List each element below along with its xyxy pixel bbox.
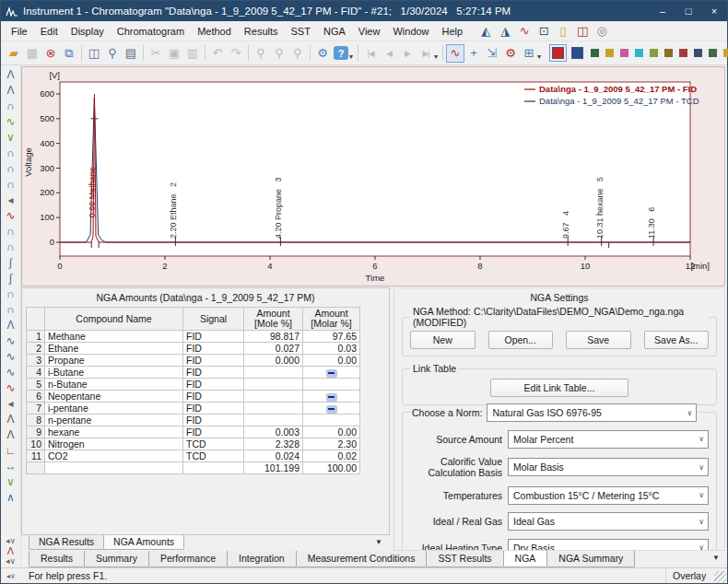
report-setup-button[interactable]: ◫ xyxy=(85,44,103,63)
amount-molar-cell[interactable]: 0.00 xyxy=(303,355,360,367)
menu-nga[interactable]: NGA xyxy=(317,23,352,40)
subtab-scroll-dropdown[interactable]: ▼ xyxy=(375,535,382,546)
menu-method[interactable]: Method xyxy=(191,23,238,40)
help-button[interactable]: ? xyxy=(334,46,348,60)
new-button[interactable]: New xyxy=(410,331,476,349)
active-color-swatch[interactable] xyxy=(552,47,564,59)
baseline-tool-icon[interactable]: ∿ xyxy=(2,113,20,129)
tab-measurement-conditions[interactable]: Measurement Conditions xyxy=(296,551,428,567)
statusbar-overflow-icon[interactable]: ◂∨ xyxy=(1,572,21,580)
smoothing-tool-icon[interactable]: ∿ xyxy=(2,333,20,348)
signal-cell[interactable]: FID xyxy=(183,355,244,367)
amount-mole-cell[interactable]: 0.003 xyxy=(244,426,303,438)
amount-mole-cell[interactable]: 0.000 xyxy=(244,355,303,367)
clamp-negative-tool-icon[interactable]: ∩ xyxy=(2,301,20,317)
column-header-amount-mole[interactable]: Amount[Mole %] xyxy=(244,308,303,331)
scale-to-fit-button[interactable]: ⇲ xyxy=(483,44,501,63)
scroll-tools-left-button[interactable]: ◂ xyxy=(2,192,20,207)
amount-mole-cell[interactable]: 0.027 xyxy=(244,343,303,355)
derivative-tool-icon[interactable]: ∿ xyxy=(2,364,20,380)
cancel-peak-tool-icon[interactable]: Λ xyxy=(2,317,20,333)
subtab-nga-amounts[interactable]: NGA Amounts xyxy=(103,535,184,550)
amount-molar-cell[interactable]: 2.30 xyxy=(303,438,360,450)
export-button[interactable]: ⧉ xyxy=(60,44,78,63)
valley-tool-icon[interactable]: ∨ xyxy=(2,129,20,145)
column-header-amount-molar[interactable]: Amount[Molar %] xyxy=(303,308,360,331)
data-acquisition-window-icon[interactable]: ◮ xyxy=(498,24,512,38)
amount-mole-cell[interactable] xyxy=(244,367,303,379)
open-chromatogram-button[interactable]: ▰ xyxy=(5,44,23,63)
peak-end-tool-icon[interactable]: ∩ xyxy=(2,160,20,176)
resize-grip[interactable] xyxy=(714,571,726,583)
amount-mole-cell[interactable] xyxy=(244,415,303,426)
column-header-signal[interactable]: Signal xyxy=(183,308,244,331)
tab-summary[interactable]: Summary xyxy=(84,551,149,567)
compound-name-cell[interactable]: n-pentane xyxy=(45,415,183,426)
save-as-button[interactable]: Save As... xyxy=(644,331,710,349)
tab-scroll-dropdown[interactable]: ▼ xyxy=(712,551,720,562)
split-peaks-tool-icon[interactable]: ∩ xyxy=(2,239,20,254)
subtab-nga-results[interactable]: NGA Results xyxy=(29,535,104,550)
scroll-tools-icon-2[interactable]: ◂∨ xyxy=(6,556,16,566)
menu-results[interactable]: Results xyxy=(238,23,285,40)
amount-mole-cell[interactable]: 2.328 xyxy=(244,438,303,450)
amount-molar-cell[interactable] xyxy=(303,415,360,426)
column-header-compound-name[interactable]: Compound Name xyxy=(45,308,183,331)
table-row[interactable]: 1MethaneFID98.81797.65 xyxy=(27,331,360,343)
amount-molar-cell[interactable] xyxy=(303,403,360,415)
minimize-button[interactable]: – xyxy=(650,1,675,21)
signal-cell[interactable]: FID xyxy=(183,403,244,415)
add-positive-peak-tool-icon[interactable]: ∿ xyxy=(2,380,20,395)
overlay-mode-button[interactable]: ∿ xyxy=(446,44,464,63)
overlay-signals-tool-icon[interactable]: ∩ xyxy=(2,98,20,113)
instrument-window-icon[interactable]: ◭ xyxy=(478,24,493,38)
signal-cell[interactable]: FID xyxy=(183,415,244,426)
maximize-button[interactable]: □ xyxy=(675,1,701,21)
table-row[interactable]: 11CO2TCD0.0240.02 xyxy=(27,450,360,462)
about-icon[interactable]: ◎ xyxy=(594,24,609,38)
amount-mole-cell[interactable]: 0.024 xyxy=(244,450,303,462)
calorific-value-calculation-basis-select[interactable]: Molar Basis∨ xyxy=(508,458,709,476)
signal-color-swatch[interactable] xyxy=(591,49,599,57)
compound-name-cell[interactable]: i-Butane xyxy=(45,367,183,379)
tab-nga-summary[interactable]: NGA Summary xyxy=(546,551,635,567)
compound-name-cell[interactable]: Propane xyxy=(45,355,183,367)
chromatogram-window-icon[interactable]: ⊡ xyxy=(536,24,551,38)
close-button[interactable]: × xyxy=(701,1,727,21)
signal-color-swatch[interactable] xyxy=(723,49,728,57)
ideal-heating-type-select[interactable]: Dry Basis∨ xyxy=(508,539,709,552)
amount-molar-cell[interactable] xyxy=(303,379,360,391)
signal-cell[interactable]: FID xyxy=(183,367,244,379)
single-analysis-icon[interactable]: ▯ xyxy=(556,24,570,38)
fixed-scale-tool-icon[interactable]: Λ xyxy=(2,82,20,98)
calibration-window-icon[interactable]: ∿ xyxy=(517,24,532,38)
menu-view[interactable]: View xyxy=(352,23,387,40)
signal-color-swatch[interactable] xyxy=(620,49,628,57)
signal-color-swatch[interactable] xyxy=(635,49,643,57)
amount-mole-cell[interactable] xyxy=(244,403,303,415)
amount-molar-cell[interactable]: 97.65 xyxy=(303,331,360,343)
close-chromatogram-button[interactable]: ⊗ xyxy=(41,44,60,63)
threshold-tool-icon[interactable]: Λ xyxy=(2,426,20,442)
front-tangent-tool-icon[interactable]: ∫ xyxy=(2,254,20,270)
table-row[interactable]: 8n-pentaneFID xyxy=(27,415,360,426)
tab-integration[interactable]: Integration xyxy=(227,551,297,567)
edit-link-table-button[interactable]: Edit Link Table... xyxy=(490,379,628,397)
compound-name-cell[interactable]: Ethane xyxy=(45,343,183,355)
table-row[interactable]: 5n-ButaneFID xyxy=(27,379,360,391)
device-monitor-icon[interactable]: ◫ xyxy=(575,24,590,38)
menu-help[interactable]: Help xyxy=(436,23,470,40)
table-row[interactable]: 4i-ButaneFID xyxy=(27,367,360,379)
solvent-peak-tool-icon[interactable]: ∩ xyxy=(2,286,20,301)
chromatogram-graph-panel[interactable]: 0246810120100200300400500600Time[min][V]… xyxy=(21,66,725,286)
amount-mole-cell[interactable]: 98.817 xyxy=(244,331,303,343)
norm-select[interactable]: Natural Gas ISO 6976-95 ∨ xyxy=(487,403,697,422)
scroll-tools-left-button-2[interactable]: ◂ xyxy=(2,395,20,411)
peak-start-tool-icon[interactable]: ∩ xyxy=(2,145,20,160)
table-row[interactable]: 10NitrogenTCD2.3282.30 xyxy=(27,438,360,450)
print-button[interactable]: ▤ xyxy=(122,44,140,63)
move-signal-button[interactable]: + xyxy=(464,44,483,63)
chromatogram-chart[interactable]: 0246810120100200300400500600Time[min][V]… xyxy=(22,67,728,284)
save-button[interactable]: Save xyxy=(566,331,631,349)
compound-name-cell[interactable]: i-pentane xyxy=(45,403,183,415)
